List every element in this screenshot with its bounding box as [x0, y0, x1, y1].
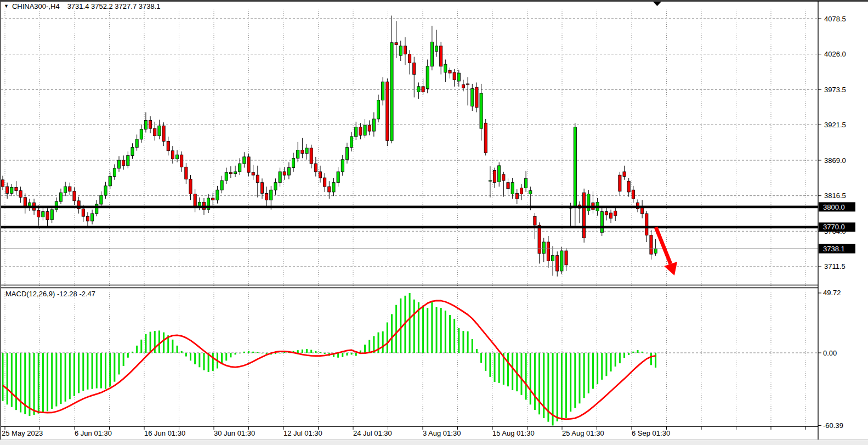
macd-histogram-bar — [65, 353, 66, 402]
macd-histogram-bar — [172, 340, 173, 353]
bear-candle — [440, 46, 442, 66]
price-axis-label: 3816.5 — [824, 191, 846, 200]
bear-candle — [328, 187, 331, 192]
bear-candle — [605, 212, 608, 215]
macd-histogram-bar — [132, 352, 133, 353]
bull-candle — [600, 212, 603, 233]
chart-canvas[interactable]: 4078.54026.03973.53921.53869.03816.53764… — [0, 1, 868, 445]
sell-arrow-shaft[interactable] — [656, 227, 671, 264]
macd-histogram-bar — [163, 333, 164, 353]
macd-axis-label: 0.00 — [823, 349, 837, 357]
price-axis-label: 3921.5 — [824, 121, 846, 129]
macd-histogram-bar — [472, 339, 473, 353]
bull-candle — [377, 100, 379, 119]
bull-candle — [364, 125, 366, 135]
bull-candle — [270, 190, 273, 200]
macd-histogram-bar — [351, 353, 353, 354]
support-line[interactable] — [1, 206, 818, 209]
macd-histogram-bar — [342, 353, 343, 357]
macd-histogram-bar — [261, 353, 263, 353]
bull-candle — [390, 43, 393, 141]
macd-histogram-bar — [431, 302, 433, 353]
bull-candle — [525, 178, 527, 188]
bull-candle — [341, 160, 344, 172]
macd-histogram-bar — [7, 353, 8, 404]
bear-candle — [627, 181, 630, 192]
macd-histogram-bar — [47, 353, 48, 411]
bull-candle — [117, 160, 120, 168]
bear-candle — [46, 212, 49, 220]
bull-candle — [471, 88, 474, 106]
macd-histogram-bar — [615, 353, 616, 367]
macd-histogram-bar — [2, 353, 4, 401]
macd-histogram-bar — [387, 323, 388, 353]
macd-histogram-bar — [520, 353, 522, 395]
frame — [0, 1, 868, 445]
bull-candle — [175, 155, 178, 159]
macd-histogram-bar — [619, 353, 621, 363]
bear-candle — [565, 251, 568, 265]
bull-candle — [274, 183, 277, 190]
symbol-dropdown-icon[interactable]: ▼ — [4, 3, 9, 10]
macd-histogram-bar — [87, 353, 88, 390]
bull-candle — [109, 177, 111, 186]
bear-candle — [314, 164, 317, 172]
macd-histogram-bar — [565, 353, 567, 418]
macd-histogram-bar — [570, 353, 571, 412]
bull-candle — [305, 148, 308, 154]
bull-candle — [225, 172, 228, 181]
bear-candle — [283, 172, 286, 175]
bear-candle — [404, 46, 406, 54]
bear-candle — [507, 183, 509, 189]
bear-candle — [194, 194, 196, 206]
bear-candle — [462, 85, 464, 88]
price-axis[interactable]: 4078.54026.03973.53921.53869.03816.53764… — [818, 15, 855, 430]
bear-candle — [260, 183, 263, 194]
macd-histogram-bar — [592, 353, 594, 389]
macd-histogram-bar — [632, 352, 634, 353]
bear-candle — [556, 256, 559, 271]
macd-histogram-bar — [252, 352, 254, 353]
macd-histogram-bar — [355, 353, 357, 356]
macd-histogram-bar — [467, 331, 469, 353]
bear-candle — [619, 175, 621, 191]
macd-histogram-bar — [458, 328, 459, 353]
bear-candle — [547, 242, 549, 261]
bull-candle — [489, 181, 491, 181]
bull-candle — [511, 183, 514, 194]
macd-histogram-bar — [445, 311, 446, 353]
price-axis-label: 3711.5 — [824, 262, 846, 271]
price-badge-label: 3770.0 — [823, 223, 845, 231]
bull-candle — [10, 187, 13, 193]
macd-histogram-bar — [230, 353, 231, 357]
time-axis-label: 3 Aug 01:30 — [423, 429, 461, 437]
bull-candle — [64, 187, 67, 193]
bull-candle — [297, 150, 299, 159]
macd-histogram-bar — [413, 300, 415, 353]
bull-candle — [542, 242, 545, 254]
macd-histogram-bar — [239, 353, 241, 353]
macd-histogram-bar — [449, 315, 451, 353]
macd-histogram-bar — [320, 352, 321, 353]
macd-indicator-label: MACD(12,26,9) -12.28 -2.47 — [5, 290, 95, 298]
bull-candle — [337, 172, 339, 183]
bull-candle — [140, 129, 143, 139]
macd-histogram-bar — [623, 353, 625, 358]
time-axis-label: 15 Aug 01:30 — [492, 429, 535, 437]
chart-shift-marker-icon[interactable] — [653, 2, 661, 6]
bull-candle — [430, 42, 433, 66]
macd-histogram-bar — [628, 353, 629, 355]
macd-axis-label: 49.72 — [823, 289, 841, 297]
time-axis-label: 6 Sep 01:30 — [632, 429, 670, 437]
bull-candle — [59, 193, 62, 201]
time-axis[interactable]: 25 May 20236 Jun 01:3016 Jun 01:3030 Jun… — [2, 426, 806, 437]
price-badge-label: 3738.1 — [823, 245, 845, 253]
macd-histogram-bar — [78, 353, 80, 393]
bear-candle — [185, 167, 188, 179]
bear-candle — [252, 172, 254, 175]
macd-histogram-bar — [109, 353, 111, 386]
macd-histogram-bar — [11, 353, 13, 407]
bear-candle — [538, 225, 541, 254]
bull-candle — [279, 172, 281, 183]
support-line[interactable] — [1, 226, 818, 229]
